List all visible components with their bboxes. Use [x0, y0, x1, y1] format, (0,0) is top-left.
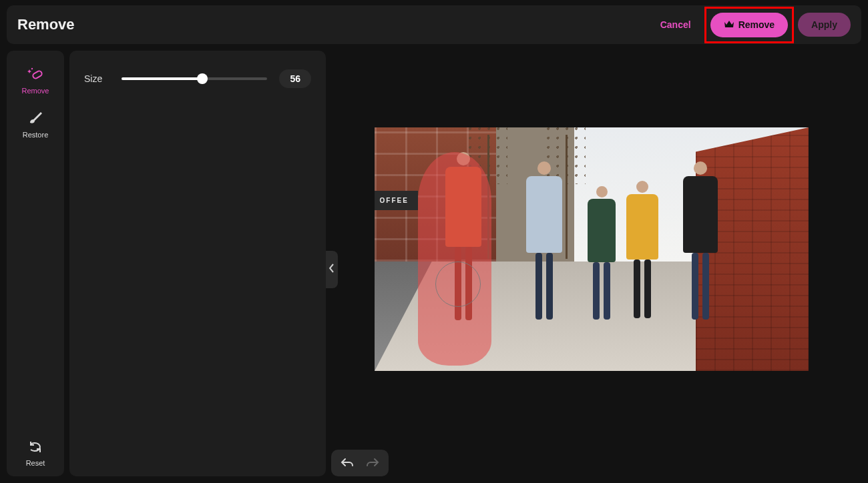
- tool-remove-label: Remove: [22, 87, 49, 95]
- reset-icon: [12, 440, 59, 455]
- photo-person-4: [622, 181, 662, 361]
- settings-panel: Size 56: [69, 51, 326, 476]
- brush-size-row: Size 56: [84, 69, 311, 88]
- brush-cursor-icon: [435, 262, 481, 307]
- brush-size-value: 56: [279, 69, 311, 88]
- tool-reset[interactable]: Reset: [12, 434, 59, 476]
- slider-fill: [122, 77, 202, 80]
- svg-point-1: [31, 68, 33, 69]
- header-bar: Remove Cancel Remove Apply: [7, 5, 861, 44]
- brush-size-label: Size: [84, 73, 110, 84]
- tool-sidebar: Remove Restore Reset: [7, 51, 64, 476]
- remove-button-highlight-box: Remove: [704, 7, 794, 43]
- tool-reset-label: Reset: [26, 459, 45, 467]
- brush-size-slider[interactable]: [122, 77, 267, 80]
- eraser-sparkle-icon: [12, 67, 59, 83]
- canvas-area[interactable]: OFFEE: [331, 51, 861, 476]
- tool-restore-label: Restore: [23, 131, 49, 139]
- redo-icon: [366, 460, 379, 470]
- undo-button[interactable]: [338, 454, 357, 472]
- cancel-button[interactable]: Cancel: [651, 14, 700, 35]
- photo-person-5: [678, 161, 722, 361]
- photo-coffee-sign: OFFEE: [375, 191, 418, 210]
- photo-person-3: [583, 186, 620, 362]
- tool-remove[interactable]: Remove: [12, 60, 59, 104]
- svg-rect-0: [32, 70, 43, 79]
- brush-icon: [12, 111, 59, 127]
- selection-mask: [418, 152, 491, 366]
- photo-person-2: [522, 161, 566, 361]
- crown-icon: [724, 19, 734, 31]
- undo-icon: [341, 460, 354, 470]
- tool-restore[interactable]: Restore: [12, 104, 59, 148]
- remove-button[interactable]: Remove: [710, 13, 788, 37]
- redo-button[interactable]: [363, 454, 382, 472]
- remove-button-label: Remove: [738, 19, 775, 30]
- slider-thumb[interactable]: [197, 73, 208, 84]
- photo-preview[interactable]: OFFEE: [375, 127, 809, 371]
- history-bar: [331, 450, 389, 476]
- apply-button[interactable]: Apply: [798, 13, 851, 37]
- page-title: Remove: [17, 16, 75, 33]
